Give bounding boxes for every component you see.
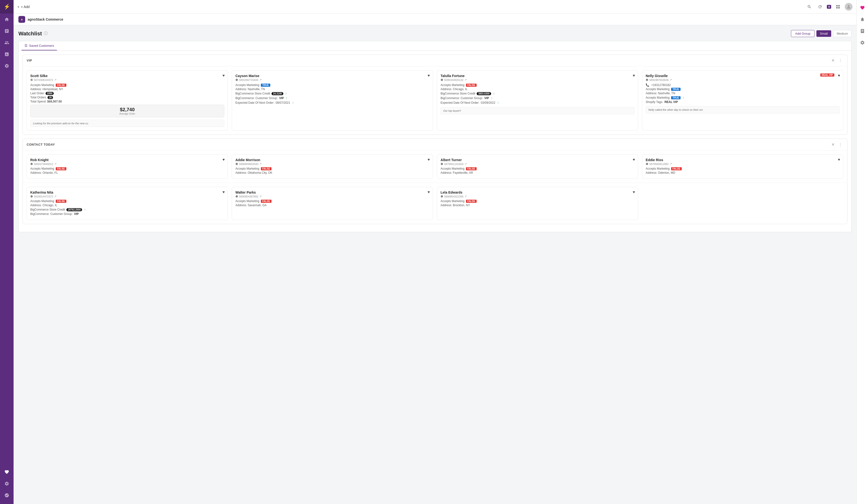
heart-icon-albert[interactable]: ♥ [633,158,635,162]
customer-name-talulla: Talulla Fortune [441,74,467,78]
heart-icon-rob[interactable]: ♥ [223,158,225,162]
group-more-contact-today[interactable]: ⋮ [837,142,843,147]
heart-icon-talulla[interactable]: ♥ [633,73,635,78]
app-logo[interactable]: ⚡ [0,0,13,13]
group-close-contact-today[interactable]: ✕ [830,142,836,147]
store-header: a agnoStack Commerce [13,13,856,25]
content-area: Watchlist ⓘ Add Group Small Medium ☰ Sav… [13,25,856,504]
heart-icon-lela[interactable]: ♥ [633,190,635,194]
external-link-icon[interactable]: ↗ [670,162,672,165]
group-more-vip[interactable]: ⋮ [837,58,843,63]
external-link-icon[interactable]: ↗ [465,195,467,198]
group-vip: VIP ✕ ⋮ ♥ Scott Silke [22,54,847,135]
heart-icon-nelly[interactable]: ♥ [838,73,840,78]
customer-id-katherina: 5918014472372 ↗ [30,195,224,198]
sidebar-item-home[interactable] [0,13,13,25]
external-link-icon[interactable]: ↗ [54,78,56,81]
sidebar-item-zendesk[interactable] [0,490,13,501]
sidebar-item-analytics[interactable] [0,49,13,60]
card-body-addie: Accepts Marketing FALSE Address: Oklahom… [235,167,430,174]
heart-icon-cayson[interactable]: ♥ [428,73,430,78]
tab-bar: ☰ Saved Customers [18,41,851,51]
external-link-icon[interactable]: ↗ [259,195,261,198]
card-body-scott: Accepts Marketing FALSE Address: Hempste… [30,83,224,127]
group-actions-contact-today: ✕ ⋮ [830,142,843,147]
card-eddie-rios: ♥ Eddie Rios 5879565811892 ↗ Accepts Mar… [642,154,843,179]
heart-icon-walter[interactable]: ♥ [428,190,430,194]
store-icon: a [18,16,25,23]
right-panel [856,0,868,504]
customer-name-rob: Rob Knight [30,158,224,162]
info-icon[interactable]: ⓘ [44,31,48,36]
sidebar-item-orders[interactable] [0,25,13,37]
heart-icon-addie[interactable]: ♥ [428,158,430,162]
medium-button[interactable]: Medium [833,30,851,37]
topbar-actions: 9 [806,3,852,11]
card-body-katherina: Accepts Marketing FALSE Address: Chicago… [30,199,224,216]
card-note-scott: Looking for the premium add-on for the n… [30,120,224,127]
sidebar-item-customers[interactable] [0,37,13,49]
card-header-scott: Scott Silke 5074308104372 ↗ [30,74,224,81]
logo-icon: ⚡ [4,4,10,10]
search-icon[interactable] [806,3,813,11]
external-link-icon[interactable]: ↗ [670,78,672,81]
card-header-talulla: Talulla Fortune 5099164926132 ↗ [441,74,634,81]
card-note-nelly: Nelly called the other day to check on t… [646,106,840,113]
sidebar-item-settings[interactable] [0,478,13,490]
customer-id-nelly: 5891987603636 ↗ [646,78,819,81]
card-cayson-marise: ♥ Cayson Marise 5891992715444 ↗ [232,70,433,131]
groups-container: VIP ✕ ⋮ ♥ Scott Silke [18,51,851,232]
page-title-area: Watchlist ⓘ [18,31,48,37]
store-name: agnoStack Commerce [28,18,63,21]
card-header-nelly: Nelly Gisselle 5891987603636 ↗ REAL VIP [646,74,840,81]
avg-order-box-scott: $2,740 Average Order [30,105,224,117]
right-panel-book[interactable] [858,26,867,36]
card-nelly-gisselle: ♥ Nelly Gisselle 5891987603636 ↗ REAL [642,70,843,131]
group-header-contact-today: CONTACT TODAY ✕ ⋮ [23,139,847,150]
customer-id-talulla: 5099164926132 ↗ [441,78,467,81]
customer-id-scott: 5074308104372 ↗ [30,78,56,81]
tab-saved-customers[interactable]: ☰ Saved Customers [22,41,57,50]
card-body-nelly: 📞 +16312780182 Accepts Marketing TRUE Ad… [646,83,840,113]
card-body-albert: Accepts Marketing FALSE Address: Fayette… [441,167,634,174]
group-contact-today: CONTACT TODAY ✕ ⋮ ♥ Rob Knight 589207384… [22,139,847,224]
accepts-marketing-badge-cayson: TRUE [261,83,270,87]
group-name-vip: VIP [27,59,32,62]
refresh-icon[interactable] [816,3,824,11]
sidebar-item-watchlist[interactable] [0,466,13,478]
external-link-icon[interactable]: ↗ [465,78,467,81]
external-link-icon[interactable]: ↗ [54,162,56,165]
sidebar-item-settings-gear[interactable] [0,60,13,72]
external-link-icon[interactable]: ↗ [259,162,261,165]
heart-icon-scott[interactable]: ♥ [223,73,225,78]
card-addie-morrison: ♥ Addie Morrison 5890859663540 ↗ Accepts… [232,154,433,179]
right-panel-heart[interactable] [858,3,867,13]
add-button[interactable]: + + Add [18,5,30,9]
external-link-icon[interactable]: ↗ [54,195,56,198]
heart-icon-katherina[interactable]: ♥ [223,190,225,194]
tab-icon: ☰ [24,44,28,48]
notification-count[interactable]: 9 [827,5,831,9]
grid-icon[interactable] [834,3,842,11]
card-body-talulla: Accepts Marketing FALSE Address: Chicago… [441,83,634,114]
accepts-marketing-badge-scott: FALSE [56,83,66,87]
group-close-vip[interactable]: ✕ [830,58,836,63]
topbar: + + Add 9 [13,0,856,13]
heart-icon-eddie[interactable]: ♥ [838,158,840,162]
customer-name-albert: Albert Turner [441,158,634,162]
external-link-icon[interactable]: ↗ [259,78,261,81]
external-link-icon[interactable]: ↗ [465,162,467,165]
small-button[interactable]: Small [816,30,831,37]
customer-id-cayson: 5891992715444 ↗ [235,78,261,81]
user-avatar[interactable] [845,3,852,11]
card-albert-turner: ♥ Albert Turner 5879561191604 ↗ Accepts … [437,154,638,179]
card-walter-parks: ♥ Walter Parks 5890854387892 ↗ Accepts M… [232,187,433,220]
customer-name-cayson: Cayson Marise [235,74,261,78]
customer-name-nelly: Nelly Gisselle [646,74,819,78]
card-rob-knight: ♥ Rob Knight 5892073849012 ↗ Accepts Mar… [27,154,228,179]
right-panel-gear[interactable] [858,38,867,48]
customer-id-eddie: 5879565811892 ↗ [646,162,840,165]
right-panel-bell[interactable] [858,14,867,24]
add-group-button[interactable]: Add Group [791,30,815,37]
group-header-vip: VIP ✕ ⋮ [23,55,847,67]
